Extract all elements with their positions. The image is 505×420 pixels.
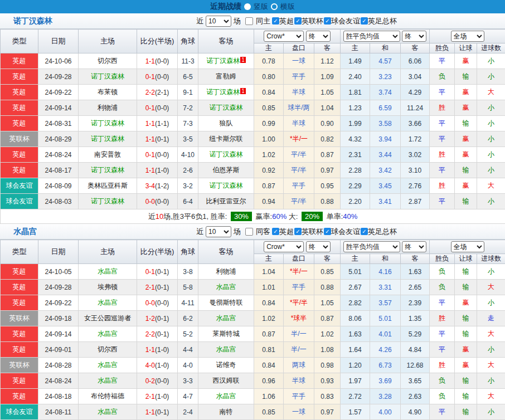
- matches-table: 类型 日期 主场 比分(半场) 角球 客场 Crow* 终 胜平负均值 终 全场…: [0, 240, 505, 420]
- summary-segment: 场,胜3平6负1, 胜率:: [163, 212, 229, 221]
- match-date: 24-09-28: [38, 280, 79, 295]
- same-venue-checkbox[interactable]: [245, 17, 253, 25]
- league-checkbox[interactable]: ✓: [324, 228, 331, 235]
- league-checkbox-label[interactable]: 球会友谊: [331, 16, 360, 26]
- match-date: 24-08-17: [38, 163, 79, 178]
- avg-home: 2.67: [341, 280, 370, 295]
- team-label: 诺丁汉森林: [210, 104, 243, 111]
- away-team-cell: 曼彻斯特联: [198, 295, 254, 311]
- league-type-cell: 球会友谊: [1, 404, 38, 420]
- match-date: 24-08-18: [38, 389, 79, 404]
- away-team-cell: 诺丁汉森林: [198, 147, 254, 163]
- avg-final-select[interactable]: 终: [402, 31, 426, 42]
- bookmaker-select[interactable]: Crow*: [264, 241, 304, 252]
- odds-handicap: 一球: [284, 404, 314, 420]
- recent-count-select[interactable]: 10: [206, 226, 231, 237]
- away-team-cell: 莱斯特城: [198, 326, 254, 342]
- home-team-cell: 布伦特福德: [79, 389, 137, 404]
- odds-handicap: 半球: [284, 373, 314, 389]
- matches-table: 类型 日期 主场 比分(半场) 角球 客场 Crow* 终 胜平负均值 终 全场…: [0, 29, 505, 224]
- result-goals: 小: [477, 69, 505, 85]
- odds-away: 0.88: [314, 280, 341, 295]
- team-label: 南特: [220, 408, 233, 416]
- league-checkbox-label[interactable]: 英足总杯: [368, 227, 397, 237]
- corners-cell: 4-0: [178, 358, 198, 373]
- team-label: 曼彻斯特联: [210, 299, 243, 306]
- avg-draw: 3.41: [370, 194, 401, 209]
- odds-home: 0.85: [254, 100, 284, 116]
- league-checkbox-label[interactable]: 球会友谊: [331, 227, 360, 237]
- vertical-layout-label[interactable]: 竖版: [254, 2, 268, 12]
- league-checkbox-label[interactable]: 英足总杯: [368, 16, 397, 26]
- avg-select[interactable]: 胜平负均值: [343, 241, 400, 252]
- result-outcome: 胜: [430, 358, 455, 373]
- subcol-goals: 进球数: [477, 43, 505, 53]
- odds-away: 0.82: [314, 131, 341, 147]
- league-checkbox[interactable]: ✓: [294, 228, 302, 235]
- subcol-avg-home: 主: [341, 254, 370, 264]
- recent-count-select[interactable]: 10: [206, 16, 231, 27]
- odds-home: 0.87: [254, 178, 284, 194]
- league-type-cell: 英超: [1, 264, 38, 280]
- league-checkbox[interactable]: ✓: [361, 17, 368, 25]
- home-team-cell: 埃弗顿: [79, 280, 137, 295]
- odds-final-select[interactable]: 终: [306, 31, 331, 42]
- odds-handicap: 两球: [284, 358, 314, 373]
- league-type-cell: 英超: [1, 116, 38, 131]
- odds-away: 1.08: [314, 342, 341, 358]
- result-outcome: 胜: [430, 100, 455, 116]
- avg-home: 1.97: [341, 373, 370, 389]
- same-venue-label[interactable]: 同主: [256, 16, 270, 26]
- score-cell: 1-1(1-0): [137, 163, 178, 178]
- odds-final-select[interactable]: 终: [306, 241, 331, 252]
- horizontal-layout-label[interactable]: 横版: [280, 2, 295, 12]
- result-handicap: 输: [455, 163, 477, 178]
- team-label: 切尔西: [98, 345, 118, 353]
- odds-home: 0.94: [254, 194, 284, 209]
- score-cell: 2-1(0-1): [137, 280, 178, 295]
- avg-draw: 3.58: [370, 116, 401, 131]
- vertical-layout-radio[interactable]: [244, 3, 251, 10]
- league-checkbox[interactable]: ✓: [294, 17, 302, 25]
- result-outcome: 负: [430, 264, 455, 280]
- score-cell: 1-1(0-0): [137, 53, 178, 69]
- score-cell: 0-1(0-1): [137, 264, 178, 280]
- avg-away: 2.39: [401, 295, 430, 311]
- match-row: 球会友谊24-08-09奥林匹亚科斯3-4(1-2)3-2诺丁汉森林0.87平手…: [1, 178, 505, 194]
- match-date: 24-08-09: [38, 178, 79, 194]
- recent-suffix-label: 场: [234, 227, 241, 237]
- subcol-goals: 进球数: [477, 254, 505, 264]
- corners-cell: 2-4: [178, 404, 198, 420]
- scope-select[interactable]: 全场: [451, 241, 484, 252]
- league-checkbox[interactable]: ✓: [272, 228, 279, 235]
- avg-select[interactable]: 胜平负均值: [343, 31, 400, 42]
- odds-home: 0.84: [254, 85, 284, 100]
- same-venue-checkbox[interactable]: [245, 228, 253, 236]
- league-checkbox[interactable]: ✓: [324, 17, 331, 25]
- home-team-cell: 水晶宫: [79, 373, 137, 389]
- corners-cell: 6-5: [178, 69, 198, 85]
- corners-cell: 7-2: [178, 100, 198, 116]
- horizontal-layout-radio[interactable]: [271, 3, 278, 10]
- avg-final-select[interactable]: 终: [402, 241, 426, 252]
- odds-away: 0.90: [314, 116, 341, 131]
- league-checkbox[interactable]: ✓: [361, 228, 368, 235]
- corners-cell: 7-3: [178, 116, 198, 131]
- team-label: 布伦特福德: [91, 392, 124, 400]
- league-checkbox-label[interactable]: 英超: [279, 227, 294, 237]
- scope-select[interactable]: 全场: [451, 31, 484, 42]
- team-label: 比利亚雷亚尔: [206, 197, 246, 205]
- match-date: 24-08-28: [38, 358, 79, 373]
- league-checkbox-label[interactable]: 英联杯: [302, 16, 323, 26]
- bookmaker-select[interactable]: Crow*: [264, 31, 304, 42]
- subcol-handicap: 盘口: [284, 254, 314, 264]
- summary-segment: 赢率:: [254, 212, 272, 221]
- league-checkbox-label[interactable]: 英超: [279, 16, 294, 26]
- avg-away: 1.72: [401, 131, 430, 147]
- home-team-cell: 诺丁汉森林: [79, 69, 137, 85]
- league-checkbox-label[interactable]: 英联杯: [302, 227, 323, 237]
- same-venue-label[interactable]: 同客: [256, 227, 270, 237]
- league-checkbox[interactable]: ✓: [272, 17, 279, 25]
- avg-draw: 5.01: [370, 311, 401, 326]
- score-cell: 2-1(1-0): [137, 389, 178, 404]
